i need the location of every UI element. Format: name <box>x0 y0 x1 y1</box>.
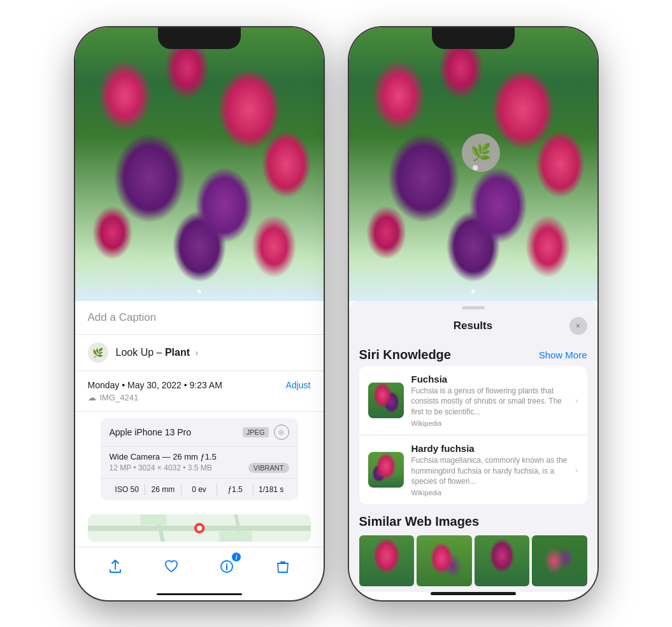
notch-2 <box>432 27 515 49</box>
device-row: Apple iPhone 13 Pro JPEG ◎ <box>101 418 298 447</box>
phone-1: Add a Caption 🌿 Look Up – Plant › Monday… <box>75 27 324 600</box>
exif-iso: ISO 50 <box>110 484 146 495</box>
camera-spec-row: Wide Camera — 26 mm ƒ1.5 12 MP • 3024 × … <box>101 447 298 479</box>
phone-2: 🌿 Results × Siri Knowledge Show More <box>349 27 597 600</box>
date-row: Monday • May 30, 2022 • 9:23 AM Adjust <box>88 380 311 390</box>
web-image-3[interactable] <box>475 535 530 586</box>
home-indicator <box>157 593 242 595</box>
siri-leaf-icon: 🌿 <box>88 342 108 363</box>
close-button[interactable]: × <box>569 317 587 335</box>
exif-aperture: ƒ1.5 <box>217 484 254 495</box>
flower-image <box>75 27 324 301</box>
results-sheet: Results × Siri Knowledge Show More Fuchs… <box>349 301 597 592</box>
caption-placeholder[interactable]: Add a Caption <box>88 311 157 323</box>
svg-rect-5 <box>218 531 251 542</box>
delete-button[interactable] <box>271 555 294 578</box>
siri-visual-search-badge: 🌿 <box>462 134 500 172</box>
fuchsia-name: Fuchsia <box>411 374 568 384</box>
phone-1-screen: Add a Caption 🌿 Look Up – Plant › Monday… <box>75 27 324 600</box>
page-indicator <box>197 290 201 293</box>
share-button[interactable] <box>104 555 127 578</box>
fuchsia-desc: Fuchsia is a genus of flowering plants t… <box>411 386 568 418</box>
device-section-wrapper: Apple iPhone 13 Pro JPEG ◎ Wide Camera —… <box>75 412 324 507</box>
cloud-icon: ☁ <box>88 393 96 402</box>
lookup-chevron-icon: › <box>195 348 198 358</box>
sheet-header: Results × <box>349 312 597 342</box>
favorite-button[interactable] <box>160 555 183 578</box>
exif-focal: 26 mm <box>145 484 182 495</box>
fuchsia-chevron-icon: › <box>575 395 578 405</box>
web-images-section: Similar Web Images <box>349 509 597 589</box>
siri-indicator-dot <box>473 165 478 170</box>
format-badge: JPEG <box>243 427 269 437</box>
photo-date: Monday • May 30, 2022 • 9:23 AM <box>88 380 222 390</box>
sheet-handle <box>462 306 485 309</box>
meta-section: Monday • May 30, 2022 • 9:23 AM Adjust ☁… <box>75 371 324 412</box>
lookup-row[interactable]: 🌿 Look Up – Plant › <box>75 335 324 371</box>
fuchsia-thumb-image <box>368 383 404 418</box>
photo-main[interactable] <box>75 27 324 301</box>
page-indicator-right <box>471 290 475 293</box>
info-badge: i <box>232 553 241 561</box>
web-image-2[interactable] <box>417 535 472 586</box>
knowledge-card: Fuchsia Fuchsia is a genus of flowering … <box>359 366 587 505</box>
filename-row: ☁ IMG_4241 <box>88 393 311 402</box>
device-section: Apple iPhone 13 Pro JPEG ◎ Wide Camera —… <box>101 418 298 500</box>
device-name: Apple iPhone 13 Pro <box>110 427 191 437</box>
camera-spec: Wide Camera — 26 mm ƒ1.5 <box>110 452 289 461</box>
web-images-grid <box>359 535 587 586</box>
toolbar: i <box>75 547 324 593</box>
camera-settings-icon[interactable]: ◎ <box>274 425 289 440</box>
hardy-thumb-image <box>368 452 404 488</box>
lookup-label: Look Up – Plant › <box>116 347 199 358</box>
fuchsia-info: Fuchsia Fuchsia is a genus of flowering … <box>411 374 568 427</box>
hardy-fuchsia-desc: Fuchsia magellanica, commonly known as t… <box>411 455 568 487</box>
knowledge-item-hardy-fuchsia[interactable]: Hardy fuchsia Fuchsia magellanica, commo… <box>359 435 587 504</box>
exif-row: ISO 50 26 mm 0 ev ƒ1.5 1/181 s <box>101 479 298 500</box>
siri-knowledge-title: Siri Knowledge <box>359 348 451 362</box>
file-detail: 12 MP • 3024 × 4032 • 3.5 MB <box>110 463 212 472</box>
show-more-button[interactable]: Show More <box>539 349 587 360</box>
sheet-title: Results <box>377 320 569 332</box>
fuchsia-thumbnail <box>368 383 404 418</box>
adjust-button[interactable]: Adjust <box>286 380 311 390</box>
siri-knowledge-header: Siri Knowledge Show More <box>349 342 597 366</box>
svg-rect-4 <box>140 514 166 525</box>
exif-shutter: 1/181 s <box>254 484 289 495</box>
hardy-chevron-icon: › <box>575 465 578 475</box>
notch <box>158 27 241 49</box>
svg-point-7 <box>196 525 201 530</box>
knowledge-item-fuchsia[interactable]: Fuchsia Fuchsia is a genus of flowering … <box>359 366 587 435</box>
web-image-4[interactable] <box>532 535 587 586</box>
exif-ev: 0 ev <box>182 484 218 495</box>
hardy-fuchsia-thumbnail <box>368 452 404 488</box>
web-images-title: Similar Web Images <box>359 514 587 529</box>
hardy-fuchsia-source: Wikipedia <box>411 489 568 497</box>
fuchsia-source: Wikipedia <box>411 419 568 427</box>
hardy-fuchsia-info: Hardy fuchsia Fuchsia magellanica, commo… <box>411 443 568 497</box>
device-badges: JPEG ◎ <box>243 425 289 440</box>
info-button-wrapper: i <box>215 555 238 578</box>
phone-2-screen: 🌿 Results × Siri Knowledge Show More <box>349 27 597 600</box>
web-image-1[interactable] <box>359 535 415 586</box>
map-thumbnail[interactable] <box>88 514 311 542</box>
photo-right[interactable]: 🌿 <box>349 27 597 301</box>
hardy-fuchsia-name: Hardy fuchsia <box>411 443 568 454</box>
caption-area[interactable]: Add a Caption <box>75 301 324 335</box>
camera-spec-detail: 12 MP • 3024 × 4032 • 3.5 MB VIBRANT <box>110 463 289 473</box>
style-badge: VIBRANT <box>248 463 289 473</box>
home-indicator-2 <box>431 592 516 595</box>
